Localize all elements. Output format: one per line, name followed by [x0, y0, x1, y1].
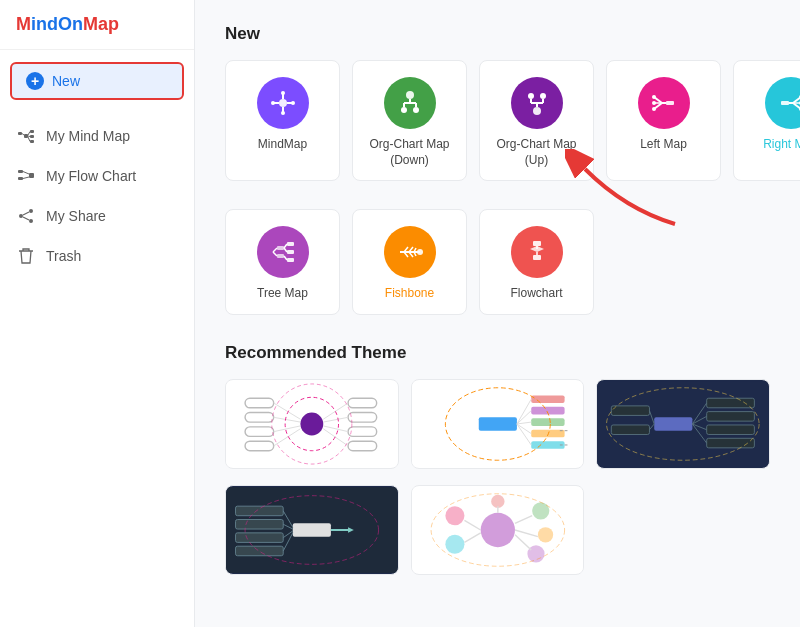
theme-card-3[interactable]: [596, 379, 770, 469]
template-tree-map[interactable]: Tree Map: [225, 209, 340, 315]
svg-line-5: [22, 134, 24, 136]
sidebar-item-my-mind-map[interactable]: My Mind Map: [0, 116, 194, 156]
svg-point-49: [652, 107, 656, 111]
svg-rect-79: [533, 255, 541, 260]
mindmap-icon: [257, 77, 309, 129]
svg-rect-103: [531, 395, 564, 403]
svg-line-65: [284, 244, 287, 248]
svg-point-40: [528, 93, 534, 99]
svg-rect-102: [478, 417, 516, 430]
svg-line-18: [23, 217, 29, 220]
right-map-icon: [765, 77, 801, 129]
svg-line-67: [284, 256, 287, 260]
svg-rect-118: [707, 398, 755, 408]
plus-icon: +: [26, 72, 44, 90]
svg-rect-123: [612, 425, 650, 435]
sidebar-item-my-flow-chart[interactable]: My Flow Chart: [0, 156, 194, 196]
logo: MindOnMap: [0, 0, 194, 50]
svg-point-146: [445, 506, 464, 525]
sidebar-label-my-share: My Share: [46, 208, 106, 224]
svg-rect-76: [533, 241, 541, 246]
sidebar-label-trash: Trash: [46, 248, 81, 264]
new-button-label: New: [52, 73, 80, 89]
svg-line-7: [28, 136, 30, 137]
logo-map: Map: [83, 14, 119, 34]
svg-rect-50: [781, 101, 789, 105]
svg-rect-107: [531, 441, 564, 449]
template-grid-row2: Tree Map Fishbone: [225, 209, 770, 315]
svg-rect-11: [29, 173, 34, 178]
mind-map-icon: [16, 126, 36, 146]
org-chart-down-icon: [384, 77, 436, 129]
svg-point-27: [291, 101, 295, 105]
svg-rect-122: [612, 406, 650, 416]
template-left-map[interactable]: Left Map: [606, 60, 721, 181]
svg-rect-4: [24, 134, 28, 138]
svg-rect-117: [655, 417, 693, 430]
svg-point-15: [19, 214, 23, 218]
svg-rect-106: [531, 430, 564, 438]
svg-line-12: [23, 172, 29, 175]
template-right-map[interactable]: Right Map: [733, 60, 800, 181]
svg-rect-3: [30, 140, 34, 143]
new-button[interactable]: + New: [10, 62, 184, 100]
svg-rect-133: [236, 506, 284, 516]
svg-point-41: [540, 93, 546, 99]
flowchart-label: Flowchart: [510, 286, 562, 302]
sidebar-nav: My Mind Map My Flow Chart: [0, 112, 194, 280]
flow-chart-icon: [16, 166, 36, 186]
template-org-chart-up[interactable]: Org-Chart Map (Up): [479, 60, 594, 181]
theme-card-5[interactable]: [411, 485, 585, 575]
sidebar-item-trash[interactable]: Trash: [0, 236, 194, 276]
svg-rect-119: [707, 411, 755, 421]
svg-rect-105: [531, 418, 564, 426]
svg-point-149: [538, 527, 553, 542]
logo-m: M: [16, 14, 31, 34]
svg-point-16: [29, 219, 33, 223]
recommended-title: Recommended Theme: [225, 343, 770, 363]
row2-wrapper: Tree Map Fishbone: [225, 209, 770, 315]
svg-rect-120: [707, 425, 755, 435]
svg-point-48: [652, 101, 656, 105]
theme-card-2[interactable]: [411, 379, 585, 469]
sidebar-item-my-share[interactable]: My Share: [0, 196, 194, 236]
svg-point-26: [271, 101, 275, 105]
logo-indon: indOn: [31, 14, 83, 34]
template-org-chart-down[interactable]: Org-Chart Map (Down): [352, 60, 467, 181]
svg-line-17: [23, 212, 29, 215]
trash-icon: [16, 246, 36, 266]
template-fishbone[interactable]: Fishbone: [352, 209, 467, 315]
svg-rect-62: [277, 254, 284, 258]
svg-point-14: [29, 209, 33, 213]
logo-text: MindOnMap: [16, 14, 178, 35]
template-grid-row1: MindMap Org-Chart Map (Down): [225, 60, 770, 181]
fishbone-label: Fishbone: [385, 286, 434, 302]
svg-point-24: [281, 91, 285, 95]
svg-line-6: [28, 132, 30, 136]
theme-grid-row2: [225, 485, 770, 575]
sidebar-label-my-mind-map: My Mind Map: [46, 128, 130, 144]
svg-point-147: [445, 535, 464, 554]
share-icon: [16, 206, 36, 226]
svg-point-28: [406, 91, 414, 99]
svg-line-66: [284, 248, 287, 252]
org-chart-down-label: Org-Chart Map (Down): [369, 137, 449, 168]
template-mindmap[interactable]: MindMap: [225, 60, 340, 181]
org-chart-up-icon: [511, 77, 563, 129]
svg-point-151: [491, 494, 504, 507]
svg-line-64: [273, 252, 277, 256]
svg-rect-58: [287, 242, 294, 246]
theme-card-4[interactable]: [225, 485, 399, 575]
svg-rect-10: [18, 177, 23, 180]
fishbone-icon: [384, 226, 436, 278]
theme-grid-row1: [225, 379, 770, 469]
theme-card-1[interactable]: [225, 379, 399, 469]
svg-rect-2: [30, 135, 34, 138]
svg-rect-136: [236, 546, 284, 556]
right-map-label: Right Map: [763, 137, 800, 153]
new-section-title: New: [225, 24, 770, 44]
tree-map-label: Tree Map: [257, 286, 308, 302]
svg-point-34: [413, 107, 419, 113]
svg-point-19: [279, 99, 287, 107]
template-flowchart[interactable]: Flowchart: [479, 209, 594, 315]
